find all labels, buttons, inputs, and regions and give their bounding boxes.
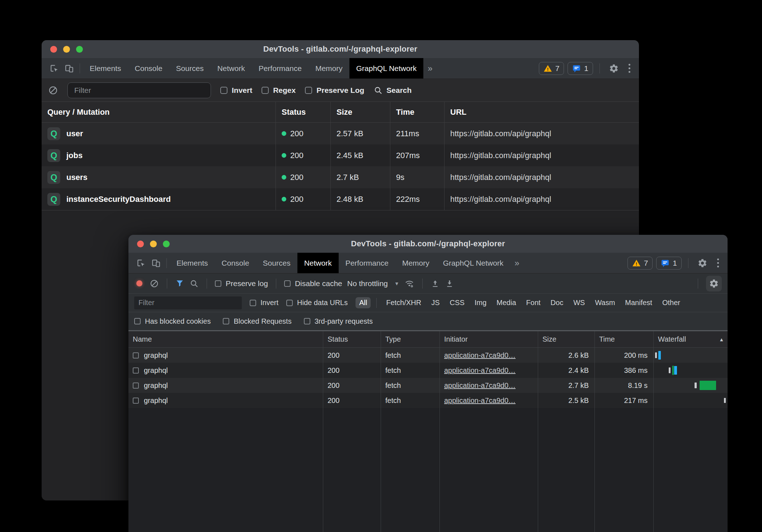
more-options-kebab-icon[interactable] — [625, 64, 634, 73]
device-toolbar-icon[interactable] — [62, 61, 77, 76]
titlebar[interactable]: DevTools - gitlab.com/-/graphql-explorer — [42, 40, 639, 58]
table-row[interactable]: QinstanceSecurityDashboard 200 2.48 kB 2… — [42, 188, 639, 210]
throttling-select[interactable]: No throttling ▼ — [347, 279, 399, 288]
col-url[interactable]: URL — [444, 102, 639, 122]
row-checkbox[interactable] — [133, 383, 139, 389]
tab-memory[interactable]: Memory — [309, 58, 349, 79]
tab-elements[interactable]: Elements — [170, 253, 215, 273]
checkbox[interactable] — [304, 318, 310, 324]
chip-other[interactable]: Other — [659, 297, 684, 308]
chip-wasm[interactable]: Wasm — [591, 297, 618, 308]
more-tabs-chevron[interactable]: » — [510, 258, 523, 268]
filter-input[interactable] — [134, 296, 242, 309]
tab-network[interactable]: Network — [211, 58, 252, 79]
col-time[interactable]: Time — [390, 102, 444, 122]
table-row[interactable]: graphql 200 fetch application-a7ca9d0… 2… — [128, 363, 728, 378]
preserve-log-checkbox[interactable]: Preserve Log — [305, 86, 364, 95]
checkbox[interactable] — [262, 87, 269, 94]
checkbox[interactable] — [220, 87, 227, 94]
table-row[interactable]: graphql 200 fetch application-a7ca9d0… 2… — [128, 378, 728, 393]
initiator-link[interactable]: application-a7ca9d0… — [444, 366, 516, 375]
chip-doc[interactable]: Doc — [547, 297, 567, 308]
col-initiator[interactable]: Initiator — [439, 331, 538, 347]
chip-all[interactable]: All — [356, 297, 371, 308]
tab-console[interactable]: Console — [128, 58, 169, 79]
table-row[interactable]: graphql 200 fetch application-a7ca9d0… 2… — [128, 393, 728, 408]
issues-badge[interactable]: 1 — [568, 62, 593, 75]
settings-gear-icon[interactable] — [606, 61, 621, 76]
filter-funnel-icon[interactable] — [175, 279, 184, 288]
more-options-kebab-icon[interactable] — [714, 258, 723, 267]
initiator-link[interactable]: application-a7ca9d0… — [444, 351, 516, 360]
tab-graphql-network[interactable]: GraphQL Network — [349, 58, 423, 79]
blocked-requests-checkbox[interactable]: Blocked Requests — [223, 317, 291, 326]
table-row[interactable]: graphql 200 fetch application-a7ca9d0… 2… — [128, 348, 728, 363]
checkbox[interactable] — [286, 300, 293, 306]
table-row[interactable]: Qjobs 200 2.45 kB 207ms https://gitlab.c… — [42, 144, 639, 166]
import-har-icon[interactable] — [431, 279, 440, 288]
row-checkbox[interactable] — [133, 398, 139, 404]
table-row[interactable]: Qusers 200 2.7 kB 9s https://gitlab.com/… — [42, 166, 639, 188]
preserve-log-checkbox[interactable]: Preserve log — [215, 279, 268, 288]
col-name[interactable]: Name — [128, 331, 323, 347]
inspect-element-icon[interactable] — [47, 61, 62, 76]
minimize-button[interactable] — [150, 241, 157, 247]
checkbox[interactable] — [284, 280, 291, 287]
col-size[interactable]: Size — [538, 331, 594, 347]
checkbox[interactable] — [215, 280, 221, 287]
tab-sources[interactable]: Sources — [169, 58, 211, 79]
chip-manifest[interactable]: Manifest — [621, 297, 656, 308]
checkbox[interactable] — [134, 318, 141, 324]
row-checkbox[interactable] — [133, 352, 139, 358]
chip-css[interactable]: CSS — [446, 297, 468, 308]
disable-cache-checkbox[interactable]: Disable cache — [284, 279, 342, 288]
chip-fetch-xhr[interactable]: Fetch/XHR — [382, 297, 425, 308]
clear-icon[interactable] — [150, 279, 159, 288]
more-tabs-chevron[interactable]: » — [423, 63, 437, 73]
checkbox[interactable] — [223, 318, 229, 324]
chip-js[interactable]: JS — [428, 297, 443, 308]
search-icon[interactable] — [189, 279, 199, 288]
search-control[interactable]: Search — [373, 86, 411, 95]
table-row[interactable]: Quser 200 2.57 kB 211ms https://gitlab.c… — [42, 123, 639, 144]
initiator-link[interactable]: application-a7ca9d0… — [444, 396, 516, 405]
record-button[interactable] — [136, 280, 142, 286]
checkbox[interactable] — [305, 87, 312, 94]
tab-performance[interactable]: Performance — [339, 253, 395, 273]
tab-memory[interactable]: Memory — [395, 253, 436, 273]
tab-elements[interactable]: Elements — [83, 58, 128, 79]
chip-font[interactable]: Font — [523, 297, 544, 308]
network-settings-button[interactable] — [706, 276, 722, 291]
col-size[interactable]: Size — [330, 102, 390, 122]
warnings-badge[interactable]: ! 7 — [627, 257, 653, 270]
col-status[interactable]: Status — [276, 102, 330, 122]
close-button[interactable] — [137, 241, 144, 247]
col-type[interactable]: Type — [381, 331, 439, 347]
hide-data-urls-checkbox[interactable]: Hide data URLs — [286, 299, 348, 307]
tab-graphql-network[interactable]: GraphQL Network — [436, 253, 510, 273]
issues-badge[interactable]: 1 — [656, 257, 682, 270]
tab-network[interactable]: Network — [297, 253, 339, 273]
tab-console[interactable]: Console — [215, 253, 256, 273]
checkbox[interactable] — [250, 300, 256, 306]
third-party-requests-checkbox[interactable]: 3rd-party requests — [304, 317, 373, 326]
zoom-button[interactable] — [76, 46, 83, 53]
device-toolbar-icon[interactable] — [149, 256, 164, 271]
col-query-mutation[interactable]: Query / Mutation — [42, 102, 276, 122]
zoom-button[interactable] — [163, 241, 170, 247]
inspect-element-icon[interactable] — [133, 256, 149, 271]
tab-performance[interactable]: Performance — [252, 58, 309, 79]
regex-checkbox[interactable]: Regex — [262, 86, 296, 95]
col-time[interactable]: Time — [594, 331, 653, 347]
invert-checkbox[interactable]: Invert — [250, 299, 278, 307]
row-checkbox[interactable] — [133, 367, 139, 374]
chip-img[interactable]: Img — [471, 297, 490, 308]
clear-icon[interactable] — [48, 85, 58, 95]
col-status[interactable]: Status — [323, 331, 381, 347]
initiator-link[interactable]: application-a7ca9d0… — [444, 381, 516, 390]
col-waterfall[interactable]: Waterfall ▲ — [653, 331, 728, 347]
settings-gear-icon[interactable] — [695, 256, 710, 271]
minimize-button[interactable] — [63, 46, 70, 53]
tab-sources[interactable]: Sources — [256, 253, 297, 273]
warnings-badge[interactable]: ! 7 — [539, 62, 564, 75]
